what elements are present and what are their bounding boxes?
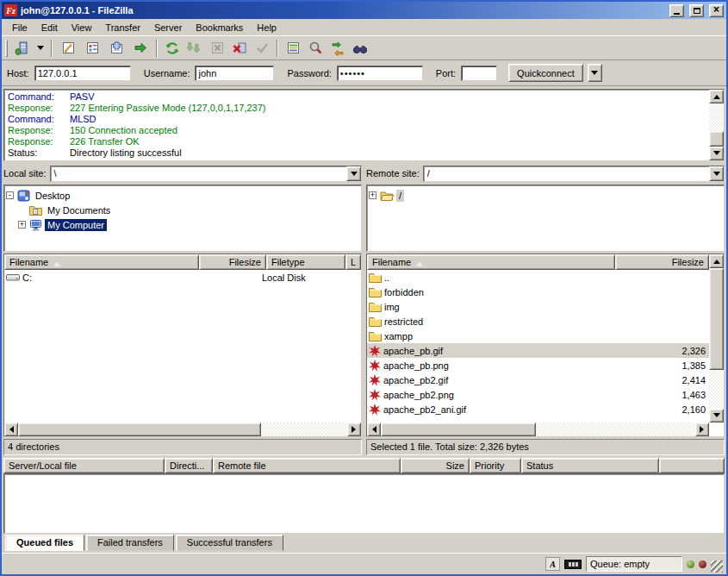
column-header-label: Filename [372,257,411,267]
scroll-down-button[interactable] [709,147,724,160]
file-name: forbidden [384,287,623,297]
site-manager-button[interactable] [12,38,33,59]
process-queue-button[interactable] [184,38,205,59]
tab-failed-transfers[interactable]: Failed transfers [86,535,174,551]
local-horizontal-scrollbar[interactable] [4,423,361,436]
quickconnect-bar: Host: Username: Password: Port: Quickcon… [2,60,726,86]
menu-edit[interactable]: Edit [34,21,65,34]
remote-horizontal-scrollbar[interactable] [367,423,709,436]
scrollbar-thumb[interactable] [709,131,724,147]
folder-open-icon [380,190,394,201]
local-status-text: 4 directories [3,439,362,455]
column-header-remote-file[interactable]: Remote file [213,458,401,473]
menu-server[interactable]: Server [147,21,189,34]
resize-grip[interactable] [711,560,723,573]
file-row[interactable]: apache_pb2_ani.gif 2,160 [367,402,709,416]
tree-item-my-documents[interactable]: My Documents [6,203,359,217]
close-button[interactable]: × [709,4,724,17]
column-header-status[interactable]: Status [521,458,659,473]
scroll-left-button[interactable] [367,423,381,436]
expand-icon[interactable]: + [18,221,26,229]
minimize-button[interactable] [669,4,684,17]
log-vertical-scrollbar[interactable] [709,90,724,160]
maximize-button[interactable] [689,4,704,17]
site-manager-dropdown-button[interactable] [34,38,47,59]
tab-successful-transfers[interactable]: Successful transfers [176,535,283,551]
menu-transfer[interactable]: Transfer [98,21,147,34]
tree-item-root[interactable]: + / [369,188,722,203]
scrollbar-thumb[interactable] [381,423,536,436]
file-row[interactable]: img [367,299,709,314]
remote-site-combo[interactable]: / [423,166,725,182]
username-input[interactable] [195,66,274,81]
local-pane: Local site: \ - Desktop [3,163,362,455]
file-row[interactable]: forbidden [367,285,709,299]
tab-queued-files[interactable]: Queued files [5,535,84,551]
scroll-up-button[interactable] [709,90,724,103]
local-site-label: Local site: [3,168,47,178]
synchronized-browsing-button[interactable] [327,38,348,59]
scroll-down-button[interactable] [709,409,724,423]
toolbar-separator [51,40,53,57]
reconnect-button[interactable] [252,38,272,59]
file-row[interactable]: apache_pb2.png 1,463 [367,387,709,402]
scroll-left-button[interactable] [4,423,18,436]
column-header-server-local-file[interactable]: Server/Local file [3,458,165,473]
password-input[interactable] [337,66,423,81]
scroll-up-button[interactable] [709,254,724,268]
column-header-filesize[interactable]: Filesize [199,254,266,270]
toggle-message-log-button[interactable] [57,38,79,59]
local-site-combo[interactable]: \ [50,166,362,182]
cancel-operation-button[interactable] [207,38,227,59]
port-label: Port: [436,68,456,78]
directory-comparison-button[interactable] [305,38,326,59]
queue-body [3,473,725,534]
refresh-button[interactable] [162,38,183,59]
column-header-filetype[interactable]: Filetype [266,254,345,270]
file-row[interactable]: xampp [367,329,709,343]
quickconnect-button[interactable]: Quickconnect [508,64,583,82]
host-input[interactable] [34,66,131,81]
toggle-local-tree-button[interactable] [81,38,103,59]
filter-button[interactable] [283,38,303,59]
scroll-right-button[interactable] [695,423,709,436]
file-row-selected[interactable]: apache_pb.gif 2,326 [367,343,709,358]
file-row[interactable]: .. [367,270,709,285]
toggle-remote-tree-button[interactable] [105,38,128,59]
menu-view[interactable]: View [65,21,99,34]
file-row[interactable]: apache_pb2.gif 2,414 [367,373,709,387]
disconnect-button[interactable] [229,38,250,59]
scrollbar-thumb[interactable] [18,423,261,436]
toggle-queue-button[interactable] [129,38,152,59]
menu-file[interactable]: File [5,21,34,34]
combo-dropdown-button[interactable] [346,166,361,181]
file-row-c-drive[interactable]: C: Local Disk [4,270,361,285]
title-bar[interactable]: Fz john@127.0.0.1 - FileZilla × [2,2,726,19]
column-header-priority[interactable]: Priority [470,458,521,473]
expand-icon[interactable]: + [369,191,376,199]
column-header-last-modified[interactable]: L [345,254,361,270]
menu-help[interactable]: Help [250,21,283,34]
column-header-direction[interactable]: Directi... [165,458,213,473]
tree-item-my-computer[interactable]: + My Computer [6,217,359,232]
toolbar-grip[interactable] [5,40,8,57]
port-input[interactable] [461,66,497,81]
search-button[interactable] [350,38,370,59]
speed-limit-icon[interactable] [564,560,582,569]
data-type-indicator-icon[interactable]: A [545,557,560,571]
collapse-icon[interactable]: - [6,191,14,199]
file-row[interactable]: apache_pb.png 1,385 [367,358,709,373]
column-header-filename[interactable]: Filename [367,254,615,270]
scroll-right-button[interactable] [347,423,361,436]
scrollbar-thumb[interactable] [709,268,724,370]
local-list-body: C: Local Disk [4,270,361,423]
file-row[interactable]: restricted [367,314,709,329]
column-header-filename[interactable]: Filename [4,254,199,270]
menu-bookmarks[interactable]: Bookmarks [189,21,250,34]
column-header-size[interactable]: Size [401,458,470,473]
column-header-filesize[interactable]: Filesize [615,254,709,270]
quickconnect-dropdown-button[interactable] [588,64,602,82]
tree-item-desktop[interactable]: - Desktop [6,188,359,203]
remote-vertical-scrollbar[interactable] [709,254,724,423]
combo-dropdown-button[interactable] [709,166,724,181]
